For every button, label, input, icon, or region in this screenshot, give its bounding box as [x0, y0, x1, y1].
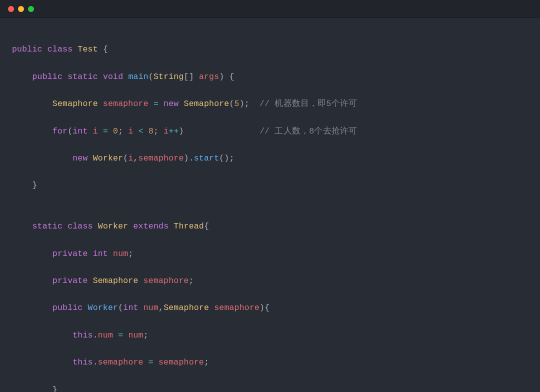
- field: semaphore: [144, 276, 189, 286]
- paren: (: [229, 99, 234, 108]
- param: semaphore: [214, 303, 260, 312]
- code-line: public class Test {: [12, 42, 528, 56]
- type: int: [123, 303, 138, 312]
- semicolon: ;: [128, 249, 133, 258]
- semicolon: ;: [154, 126, 158, 136]
- keyword: new: [72, 154, 88, 163]
- keyword: static: [32, 222, 62, 231]
- paren: (: [68, 126, 72, 136]
- type: Worker: [93, 154, 124, 163]
- field: num: [113, 249, 128, 258]
- field: semaphore: [98, 358, 144, 367]
- type: Semaphore: [184, 99, 230, 108]
- brace: {: [230, 72, 234, 82]
- paren: (: [148, 72, 154, 82]
- operator: <: [138, 126, 144, 136]
- variable: semaphore: [103, 99, 148, 108]
- constructor: Worker: [88, 303, 118, 312]
- keyword: public: [12, 44, 42, 54]
- semicolon: ;: [144, 330, 148, 340]
- dot: .: [93, 330, 98, 340]
- operator: =: [103, 126, 108, 136]
- keyword: public: [32, 72, 62, 82]
- type: Semaphore: [164, 303, 209, 312]
- brace: {: [103, 44, 108, 54]
- paren: );: [240, 99, 250, 108]
- operator: =: [118, 330, 123, 340]
- paren: ){: [260, 303, 270, 312]
- code-line: public Worker(int num,Semaphore semaphor…: [12, 301, 528, 314]
- code-line: this.semaphore = semaphore;: [12, 356, 528, 369]
- variable: i: [164, 126, 168, 136]
- code-line: Semaphore semaphore = new Semaphore(5); …: [12, 97, 528, 110]
- paren: ).: [184, 154, 194, 163]
- window-titlebar: [0, 0, 540, 18]
- operator: ++: [168, 126, 178, 136]
- number: 5: [234, 99, 240, 108]
- paren: ): [219, 72, 224, 82]
- keyword: class: [48, 44, 73, 54]
- brackets: []: [184, 72, 194, 82]
- param: num: [144, 303, 158, 312]
- code-line: private int num;: [12, 247, 528, 260]
- keyword: public: [52, 303, 83, 312]
- keyword: void: [103, 72, 123, 82]
- code-line: public static void main(String[] args) {: [12, 70, 528, 84]
- method-name: start: [194, 154, 220, 163]
- paren: (: [123, 154, 128, 163]
- keyword: new: [164, 99, 178, 108]
- type: String: [154, 72, 184, 82]
- param: args: [199, 72, 219, 82]
- brace: {: [204, 222, 209, 231]
- number: 8: [148, 126, 154, 136]
- dot: .: [93, 358, 98, 367]
- variable: semaphore: [158, 358, 204, 367]
- variable: i: [93, 126, 98, 136]
- type: Semaphore: [93, 276, 138, 286]
- code-line: }: [12, 178, 528, 192]
- class-name: Thread: [174, 222, 204, 231]
- code-line: }: [12, 383, 528, 392]
- type: int: [72, 126, 88, 136]
- keyword: private: [52, 249, 88, 258]
- comment: // 工人数，8个去抢许可: [260, 126, 357, 136]
- type: Semaphore: [52, 99, 98, 108]
- class-name: Worker: [98, 222, 128, 231]
- number: 0: [113, 126, 118, 136]
- operator: =: [148, 358, 154, 367]
- code-editor[interactable]: public class Test { public static void m…: [0, 18, 540, 392]
- method-name: main: [128, 72, 148, 82]
- semicolon: ;: [189, 276, 194, 286]
- field: num: [98, 330, 113, 340]
- code-line: static class Worker extends Thread{: [12, 220, 528, 233]
- minimize-icon[interactable]: [18, 6, 24, 12]
- class-name: Test: [78, 44, 98, 54]
- keyword: private: [52, 276, 88, 286]
- variable: i: [128, 126, 133, 136]
- keyword: class: [68, 222, 93, 231]
- close-icon[interactable]: [8, 6, 14, 12]
- code-line: this.num = num;: [12, 328, 528, 342]
- variable: num: [128, 330, 143, 340]
- editor-window: public class Test { public static void m…: [0, 0, 540, 392]
- comma: ,: [134, 154, 138, 163]
- arg: semaphore: [138, 154, 184, 163]
- paren: (: [118, 303, 123, 312]
- brace: }: [32, 180, 37, 190]
- comment: // 机器数目，即5个许可: [260, 99, 357, 108]
- code-line: private Semaphore semaphore;: [12, 274, 528, 288]
- semicolon: ;: [204, 358, 209, 367]
- type: int: [93, 249, 108, 258]
- keyword: this: [72, 330, 92, 340]
- semicolon: ;: [118, 126, 123, 136]
- arg: i: [128, 154, 133, 163]
- code-line: for(int i = 0; i < 8; i++) // 工人数，8个去抢许可: [12, 124, 528, 138]
- code-line: new Worker(i,semaphore).start();: [12, 152, 528, 165]
- keyword: this: [72, 358, 92, 367]
- paren: ): [179, 126, 184, 136]
- comma: ,: [158, 303, 164, 312]
- operator: =: [154, 99, 158, 108]
- brace: }: [52, 385, 58, 392]
- zoom-icon[interactable]: [28, 6, 34, 12]
- keyword: static: [68, 72, 98, 82]
